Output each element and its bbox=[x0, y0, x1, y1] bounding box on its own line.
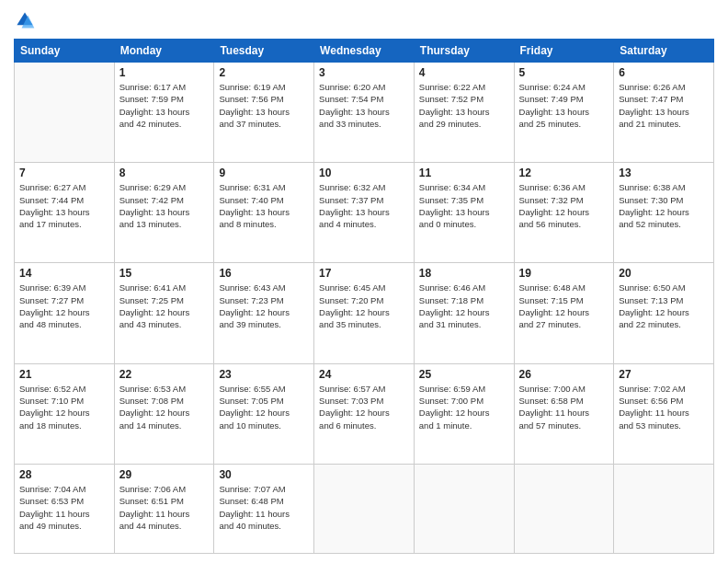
day-number: 3 bbox=[319, 66, 409, 79]
calendar-cell: 26Sunrise: 7:00 AM Sunset: 6:58 PM Dayli… bbox=[514, 363, 614, 464]
day-number: 7 bbox=[19, 167, 109, 179]
calendar-cell: 3Sunrise: 6:20 AM Sunset: 7:54 PM Daylig… bbox=[314, 63, 415, 163]
logo-icon bbox=[14, 9, 36, 31]
day-info: Sunrise: 7:04 AM Sunset: 6:53 PM Dayligh… bbox=[19, 483, 109, 532]
week-row-1: 1Sunrise: 6:17 AM Sunset: 7:59 PM Daylig… bbox=[15, 63, 714, 163]
calendar-cell: 5Sunrise: 6:24 AM Sunset: 7:49 PM Daylig… bbox=[514, 63, 614, 163]
calendar-table: SundayMondayTuesdayWednesdayThursdayFrid… bbox=[14, 39, 714, 554]
calendar-cell: 1Sunrise: 6:17 AM Sunset: 7:59 PM Daylig… bbox=[114, 63, 214, 163]
day-info: Sunrise: 6:26 AM Sunset: 7:47 PM Dayligh… bbox=[619, 81, 709, 130]
day-number: 16 bbox=[219, 267, 309, 280]
day-info: Sunrise: 6:39 AM Sunset: 7:27 PM Dayligh… bbox=[19, 282, 109, 330]
weekday-header-tuesday: Tuesday bbox=[214, 40, 314, 63]
day-number: 1 bbox=[119, 66, 210, 79]
calendar-cell bbox=[514, 464, 614, 553]
day-number: 18 bbox=[419, 267, 509, 280]
calendar-cell: 13Sunrise: 6:38 AM Sunset: 7:30 PM Dayli… bbox=[614, 163, 714, 263]
day-number: 13 bbox=[619, 167, 709, 179]
calendar-cell: 6Sunrise: 6:26 AM Sunset: 7:47 PM Daylig… bbox=[614, 63, 714, 163]
day-number: 21 bbox=[19, 368, 109, 381]
calendar-cell: 4Sunrise: 6:22 AM Sunset: 7:52 PM Daylig… bbox=[414, 63, 514, 163]
calendar-cell: 10Sunrise: 6:32 AM Sunset: 7:37 PM Dayli… bbox=[314, 163, 415, 263]
day-number: 29 bbox=[119, 468, 210, 481]
day-info: Sunrise: 6:24 AM Sunset: 7:49 PM Dayligh… bbox=[519, 81, 609, 130]
day-info: Sunrise: 6:57 AM Sunset: 7:03 PM Dayligh… bbox=[319, 383, 409, 431]
calendar-cell bbox=[314, 464, 415, 553]
day-info: Sunrise: 6:20 AM Sunset: 7:54 PM Dayligh… bbox=[319, 81, 409, 130]
day-info: Sunrise: 6:53 AM Sunset: 7:08 PM Dayligh… bbox=[119, 383, 210, 431]
day-number: 26 bbox=[519, 368, 609, 381]
day-number: 14 bbox=[19, 267, 109, 280]
calendar-cell: 20Sunrise: 6:50 AM Sunset: 7:13 PM Dayli… bbox=[614, 263, 714, 363]
day-number: 9 bbox=[219, 167, 309, 179]
calendar-cell: 19Sunrise: 6:48 AM Sunset: 7:15 PM Dayli… bbox=[514, 263, 614, 363]
calendar-cell: 9Sunrise: 6:31 AM Sunset: 7:40 PM Daylig… bbox=[214, 163, 314, 263]
calendar-cell: 15Sunrise: 6:41 AM Sunset: 7:25 PM Dayli… bbox=[114, 263, 214, 363]
calendar-cell: 18Sunrise: 6:46 AM Sunset: 7:18 PM Dayli… bbox=[414, 263, 514, 363]
day-number: 15 bbox=[119, 267, 210, 280]
calendar-cell: 30Sunrise: 7:07 AM Sunset: 6:48 PM Dayli… bbox=[214, 464, 314, 553]
week-row-4: 21Sunrise: 6:52 AM Sunset: 7:10 PM Dayli… bbox=[15, 363, 714, 464]
day-info: Sunrise: 7:07 AM Sunset: 6:48 PM Dayligh… bbox=[219, 483, 309, 532]
day-number: 30 bbox=[219, 468, 309, 481]
day-number: 19 bbox=[519, 267, 609, 280]
day-number: 28 bbox=[19, 468, 109, 481]
weekday-header-friday: Friday bbox=[514, 40, 614, 63]
day-info: Sunrise: 6:22 AM Sunset: 7:52 PM Dayligh… bbox=[419, 81, 509, 130]
week-row-2: 7Sunrise: 6:27 AM Sunset: 7:44 PM Daylig… bbox=[15, 163, 714, 263]
day-info: Sunrise: 6:52 AM Sunset: 7:10 PM Dayligh… bbox=[19, 383, 109, 431]
day-info: Sunrise: 7:00 AM Sunset: 6:58 PM Dayligh… bbox=[519, 383, 609, 431]
day-number: 12 bbox=[519, 167, 609, 179]
calendar-cell: 23Sunrise: 6:55 AM Sunset: 7:05 PM Dayli… bbox=[214, 363, 314, 464]
week-row-5: 28Sunrise: 7:04 AM Sunset: 6:53 PM Dayli… bbox=[15, 464, 714, 553]
header bbox=[14, 9, 714, 31]
calendar-cell bbox=[15, 63, 115, 163]
day-number: 2 bbox=[219, 66, 309, 79]
calendar-cell: 28Sunrise: 7:04 AM Sunset: 6:53 PM Dayli… bbox=[15, 464, 115, 553]
weekday-header-thursday: Thursday bbox=[414, 40, 514, 63]
day-number: 20 bbox=[619, 267, 709, 280]
day-number: 22 bbox=[119, 368, 210, 381]
day-info: Sunrise: 7:02 AM Sunset: 6:56 PM Dayligh… bbox=[619, 383, 709, 431]
day-number: 11 bbox=[419, 167, 509, 179]
day-info: Sunrise: 6:55 AM Sunset: 7:05 PM Dayligh… bbox=[219, 383, 309, 431]
weekday-header-monday: Monday bbox=[114, 40, 214, 63]
calendar-cell: 16Sunrise: 6:43 AM Sunset: 7:23 PM Dayli… bbox=[214, 263, 314, 363]
day-number: 24 bbox=[319, 368, 409, 381]
calendar-cell: 14Sunrise: 6:39 AM Sunset: 7:27 PM Dayli… bbox=[15, 263, 115, 363]
day-info: Sunrise: 6:48 AM Sunset: 7:15 PM Dayligh… bbox=[519, 282, 609, 330]
day-info: Sunrise: 6:32 AM Sunset: 7:37 PM Dayligh… bbox=[319, 181, 409, 230]
weekday-header-wednesday: Wednesday bbox=[314, 40, 415, 63]
day-info: Sunrise: 6:19 AM Sunset: 7:56 PM Dayligh… bbox=[219, 81, 309, 130]
logo bbox=[14, 9, 40, 31]
calendar-cell: 25Sunrise: 6:59 AM Sunset: 7:00 PM Dayli… bbox=[414, 363, 514, 464]
day-info: Sunrise: 7:06 AM Sunset: 6:51 PM Dayligh… bbox=[119, 483, 210, 532]
day-info: Sunrise: 6:38 AM Sunset: 7:30 PM Dayligh… bbox=[619, 181, 709, 230]
day-info: Sunrise: 6:46 AM Sunset: 7:18 PM Dayligh… bbox=[419, 282, 509, 330]
week-row-3: 14Sunrise: 6:39 AM Sunset: 7:27 PM Dayli… bbox=[15, 263, 714, 363]
day-info: Sunrise: 6:41 AM Sunset: 7:25 PM Dayligh… bbox=[119, 282, 210, 330]
calendar-cell: 8Sunrise: 6:29 AM Sunset: 7:42 PM Daylig… bbox=[114, 163, 214, 263]
calendar-cell: 24Sunrise: 6:57 AM Sunset: 7:03 PM Dayli… bbox=[314, 363, 415, 464]
day-number: 27 bbox=[619, 368, 709, 381]
calendar-cell: 17Sunrise: 6:45 AM Sunset: 7:20 PM Dayli… bbox=[314, 263, 415, 363]
page: SundayMondayTuesdayWednesdayThursdayFrid… bbox=[0, 0, 728, 563]
day-info: Sunrise: 6:45 AM Sunset: 7:20 PM Dayligh… bbox=[319, 282, 409, 330]
calendar-cell bbox=[614, 464, 714, 553]
day-info: Sunrise: 6:31 AM Sunset: 7:40 PM Dayligh… bbox=[219, 181, 309, 230]
calendar-cell: 27Sunrise: 7:02 AM Sunset: 6:56 PM Dayli… bbox=[614, 363, 714, 464]
calendar-cell: 21Sunrise: 6:52 AM Sunset: 7:10 PM Dayli… bbox=[15, 363, 115, 464]
day-info: Sunrise: 6:50 AM Sunset: 7:13 PM Dayligh… bbox=[619, 282, 709, 330]
day-number: 6 bbox=[619, 66, 709, 79]
day-info: Sunrise: 6:29 AM Sunset: 7:42 PM Dayligh… bbox=[119, 181, 210, 230]
calendar-cell bbox=[414, 464, 514, 553]
day-number: 4 bbox=[419, 66, 509, 79]
weekday-header-saturday: Saturday bbox=[614, 40, 714, 63]
day-info: Sunrise: 6:27 AM Sunset: 7:44 PM Dayligh… bbox=[19, 181, 109, 230]
day-number: 10 bbox=[319, 167, 409, 179]
day-number: 25 bbox=[419, 368, 509, 381]
day-info: Sunrise: 6:43 AM Sunset: 7:23 PM Dayligh… bbox=[219, 282, 309, 330]
day-number: 5 bbox=[519, 66, 609, 79]
day-info: Sunrise: 6:36 AM Sunset: 7:32 PM Dayligh… bbox=[519, 181, 609, 230]
calendar-cell: 7Sunrise: 6:27 AM Sunset: 7:44 PM Daylig… bbox=[15, 163, 115, 263]
